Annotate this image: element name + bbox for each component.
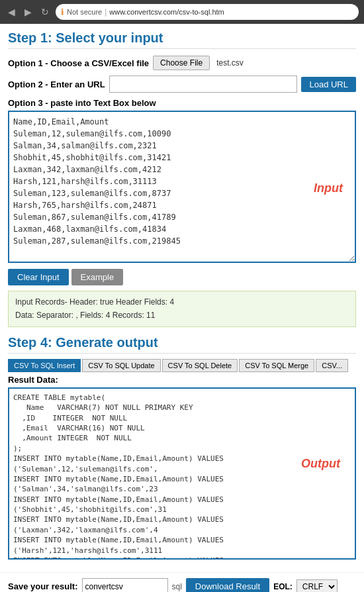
tab-csv-to-sql-delete[interactable]: CSV To SQL Delete	[162, 359, 238, 372]
option2-label: Option 2 - Enter an URL	[8, 79, 105, 89]
option3-label: Option 3 - paste into Text Box below	[8, 98, 356, 108]
file-name-display: test.csv	[216, 58, 244, 68]
option2-row: Option 2 - Enter an URL Load URL	[8, 75, 356, 93]
action-buttons: Clear Input Example	[8, 269, 356, 285]
save-label: Save your result:	[8, 581, 78, 591]
security-icon: ℹ	[61, 7, 64, 17]
csv-textarea[interactable]	[8, 111, 356, 263]
choose-file-button[interactable]: Choose File	[153, 56, 210, 70]
save-filename-input[interactable]	[82, 578, 168, 592]
download-result-button[interactable]: Download Result	[186, 578, 269, 592]
output-tabs: CSV To SQL Insert CSV To SQL Update CSV …	[8, 359, 356, 372]
info-box: Input Records- Header: true Header Field…	[8, 291, 356, 327]
url-input[interactable]	[109, 75, 298, 93]
back-button[interactable]: ◀	[5, 5, 18, 19]
reload-button[interactable]: ↻	[38, 5, 52, 19]
result-label: Result Data:	[8, 375, 356, 385]
step4-heading: Step 4: Generate output	[8, 335, 356, 354]
tab-csv-more[interactable]: CSV...	[316, 359, 348, 372]
example-button[interactable]: Example	[71, 269, 124, 285]
url-display: www.convertcsv.com/csv-to-sql.htm	[109, 8, 224, 16]
info-line1: Input Records- Header: true Header Field…	[15, 295, 349, 309]
tab-csv-to-sql-insert[interactable]: CSV To SQL Insert	[8, 359, 81, 372]
tab-csv-to-sql-merge[interactable]: CSV To SQL Merge	[239, 359, 314, 372]
info-line2: Data: Separator: , Fields: 4 Records: 11	[15, 309, 349, 322]
browser-chrome: ◀ ▶ ↻ ℹ Not secure | www.convertcsv.com/…	[0, 0, 364, 24]
save-extension: sql	[172, 582, 182, 591]
page-content: Step 1: Select your input Option 1 - Cho…	[0, 24, 364, 568]
tab-csv-to-sql-update[interactable]: CSV To SQL Update	[82, 359, 160, 372]
load-url-button[interactable]: Load URL	[301, 77, 356, 92]
option1-row: Option 1 - Choose a CSV/Excel file Choos…	[8, 56, 356, 70]
step1-heading: Step 1: Select your input	[8, 30, 356, 49]
output-textarea[interactable]	[8, 387, 356, 560]
eol-label: EOL:	[273, 582, 293, 591]
output-container: Output	[8, 387, 356, 562]
security-label: Not secure	[67, 8, 102, 16]
bottom-bar: Save your result: sql Download Result EO…	[0, 572, 364, 592]
forward-button[interactable]: ▶	[22, 5, 34, 19]
address-bar[interactable]: ℹ Not secure | www.convertcsv.com/csv-to…	[56, 4, 359, 20]
csv-input-container: Input	[8, 111, 356, 265]
clear-input-button[interactable]: Clear Input	[8, 269, 69, 285]
eol-select[interactable]: CRLF LF CR	[296, 579, 338, 592]
option1-label: Option 1 - Choose a CSV/Excel file	[8, 58, 149, 68]
separator: |	[105, 7, 107, 17]
